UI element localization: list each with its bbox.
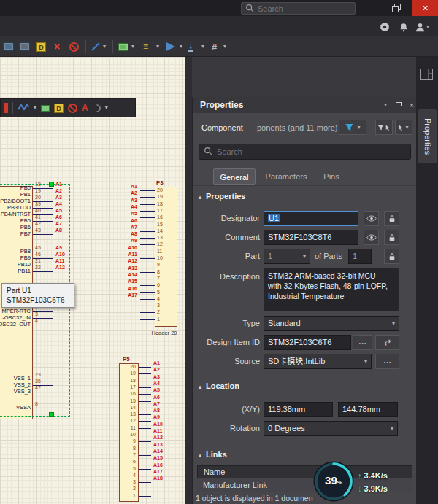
ic-symbol-icon[interactable] bbox=[3, 41, 14, 53]
pin-line[interactable] bbox=[140, 190, 155, 191]
close-button[interactable]: × bbox=[412, 0, 438, 16]
net-label[interactable]: A7 bbox=[55, 221, 62, 227]
net-label[interactable]: A4 bbox=[114, 204, 137, 210]
design-item-id-browse-button[interactable]: ··· bbox=[353, 335, 372, 350]
net-label[interactable]: A6 bbox=[114, 218, 137, 224]
place-power-port-icon[interactable]: ↓ bbox=[188, 41, 193, 53]
pin-line[interactable] bbox=[139, 476, 151, 476]
no-erc-icon[interactable] bbox=[69, 41, 79, 53]
design-item-id-input[interactable]: STM32F103C6T6 bbox=[264, 335, 351, 350]
net-label[interactable]: A8 bbox=[153, 408, 160, 414]
pin-line[interactable] bbox=[140, 272, 155, 273]
pin-line[interactable] bbox=[139, 414, 151, 415]
comment-lock-button[interactable] bbox=[384, 230, 399, 245]
global-search-box[interactable] bbox=[241, 2, 356, 15]
section-properties[interactable]: ▴Properties bbox=[199, 192, 245, 201]
filter-funnel-button[interactable]: ▾ bbox=[339, 120, 366, 135]
panel-menu-caret-icon[interactable]: ▾ bbox=[380, 99, 391, 111]
properties-panel-tab[interactable]: Properties bbox=[418, 109, 437, 163]
user-menu-caret-icon[interactable]: ▾ bbox=[426, 24, 429, 30]
design-item-id-swap-button[interactable]: ⇄ bbox=[375, 335, 399, 350]
pin-line[interactable] bbox=[139, 387, 151, 388]
place-wire-caret-icon[interactable]: ▾ bbox=[103, 41, 106, 53]
device-sheet-icon[interactable]: D bbox=[36, 41, 46, 53]
panel-splitter[interactable] bbox=[185, 57, 192, 504]
pin-line[interactable] bbox=[139, 401, 151, 402]
pin-line[interactable] bbox=[33, 234, 53, 235]
parameter-set-icon[interactable]: D bbox=[54, 104, 64, 113]
pin-line[interactable] bbox=[140, 285, 155, 286]
net-label[interactable]: A4 bbox=[55, 201, 62, 207]
pin-line[interactable] bbox=[33, 271, 53, 272]
net-label[interactable]: A18 bbox=[153, 476, 163, 481]
x-coordinate-input[interactable]: 119.38mm bbox=[264, 402, 333, 417]
pin-line[interactable] bbox=[139, 435, 151, 435]
net-label[interactable]: A17 bbox=[114, 292, 137, 298]
description-textarea[interactable]: STM32 ARM-based 32-bit MCU with 32 Kbyte… bbox=[264, 268, 399, 311]
type-dropdown[interactable]: Standard▾ bbox=[264, 316, 399, 331]
section-links[interactable]: ▴Links bbox=[199, 450, 227, 459]
pin-line[interactable] bbox=[139, 496, 151, 497]
net-label[interactable]: A16 bbox=[114, 286, 137, 292]
pin-line[interactable] bbox=[139, 469, 151, 470]
designator-input[interactable]: U1 bbox=[264, 211, 358, 226]
rotation-dropdown[interactable]: 0 Degrees▾ bbox=[264, 421, 398, 436]
net-label[interactable]: A7 bbox=[153, 401, 160, 407]
net-label[interactable]: A8 bbox=[55, 228, 62, 233]
pin-line[interactable] bbox=[139, 449, 151, 449]
grid-settings-icon[interactable]: # bbox=[212, 41, 217, 53]
pin-line[interactable] bbox=[140, 299, 155, 300]
tab-general[interactable]: General bbox=[213, 168, 256, 185]
pin-line[interactable] bbox=[139, 367, 151, 368]
section-location[interactable]: ▴Location bbox=[199, 381, 239, 390]
pin-line[interactable] bbox=[140, 211, 155, 212]
place-text-icon[interactable]: A bbox=[82, 104, 88, 112]
net-label[interactable]: A10 bbox=[55, 252, 65, 257]
minimize-button[interactable]: – bbox=[361, 0, 383, 16]
maximize-button[interactable] bbox=[385, 0, 407, 16]
pin-line[interactable] bbox=[140, 197, 155, 198]
net-label[interactable]: A11 bbox=[153, 428, 162, 434]
net-label[interactable]: A14 bbox=[114, 272, 137, 278]
net-label[interactable]: A16 bbox=[153, 462, 163, 468]
net-label[interactable]: A5 bbox=[153, 387, 160, 393]
net-label[interactable]: A13 bbox=[114, 265, 137, 271]
net-label[interactable]: A3 bbox=[153, 374, 160, 380]
net-label[interactable]: A15 bbox=[153, 455, 163, 461]
user-account-icon[interactable] bbox=[412, 20, 427, 34]
pin-line[interactable] bbox=[140, 279, 155, 279]
pin-line[interactable] bbox=[33, 408, 53, 408]
pin-line[interactable] bbox=[140, 204, 155, 205]
net-label[interactable]: A8 bbox=[114, 231, 137, 237]
place-arc-icon[interactable] bbox=[91, 102, 102, 114]
net-label[interactable]: A5 bbox=[114, 211, 137, 217]
source-dropdown[interactable]: SD卡模块.IntLib▾ bbox=[264, 354, 372, 369]
filter-select-button[interactable] bbox=[375, 120, 393, 135]
pin-line[interactable] bbox=[140, 319, 155, 320]
pin-line[interactable] bbox=[140, 258, 155, 259]
pin-line[interactable] bbox=[140, 244, 155, 245]
net-label[interactable]: A2 bbox=[55, 188, 62, 194]
pin-line[interactable] bbox=[139, 482, 151, 483]
pin-line[interactable] bbox=[140, 292, 155, 293]
pin-line[interactable] bbox=[139, 381, 151, 381]
net-label[interactable]: A6 bbox=[153, 395, 160, 400]
net-label[interactable]: A15 bbox=[114, 279, 137, 284]
net-label[interactable]: A9 bbox=[153, 414, 160, 420]
net-label[interactable]: A10 bbox=[114, 245, 137, 251]
pin-line[interactable] bbox=[140, 217, 155, 218]
place-sheet-symbol-icon[interactable] bbox=[118, 41, 128, 53]
pin-line[interactable] bbox=[139, 462, 151, 462]
panel-search-input[interactable] bbox=[217, 147, 392, 156]
net-label[interactable]: A2 bbox=[153, 367, 160, 373]
selector-scope[interactable]: ponents (and 11 more) bbox=[257, 123, 337, 132]
settings-gear-icon[interactable] bbox=[377, 20, 392, 34]
pin-line[interactable] bbox=[139, 455, 151, 456]
net-label[interactable]: A2 bbox=[114, 190, 137, 196]
net-label[interactable]: A9 bbox=[55, 245, 62, 251]
net-label[interactable]: A9 bbox=[114, 238, 137, 244]
place-port-icon[interactable] bbox=[166, 41, 175, 53]
net-label[interactable]: A7 bbox=[114, 225, 137, 230]
net-label[interactable]: A14 bbox=[153, 449, 163, 454]
place-port-caret-icon[interactable]: ▾ bbox=[180, 41, 182, 53]
